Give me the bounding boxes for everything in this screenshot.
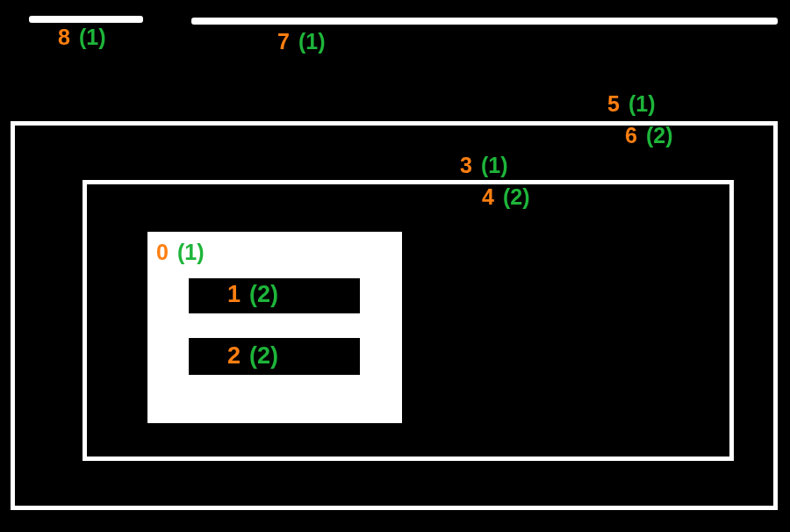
label-4-paren: (2)	[503, 184, 530, 210]
label-2-paren: (2)	[249, 342, 278, 370]
label-0-index: 0	[156, 240, 169, 265]
label-1-paren: (2)	[249, 281, 278, 308]
label-0: 0 (1)	[156, 240, 204, 265]
label-1: 1 (2)	[227, 281, 278, 308]
label-8: 8 (1)	[58, 25, 105, 50]
label-8-index: 8	[58, 25, 70, 50]
label-1-index: 1	[227, 281, 241, 308]
top-bar-right	[191, 18, 778, 25]
label-3: 3 (1)	[460, 153, 507, 178]
label-0-paren: (1)	[177, 240, 205, 265]
label-7-paren: (1)	[298, 29, 326, 54]
label-7-index: 7	[277, 29, 290, 54]
label-4-index: 4	[482, 184, 494, 210]
top-bar-left	[29, 16, 143, 23]
label-6-index: 6	[625, 123, 637, 148]
label-3-paren: (1)	[481, 153, 508, 178]
label-4: 4 (2)	[482, 184, 529, 210]
diagram-stage: 8 (1) 7 (1) 5 (1) 6 (2) 3 (1) 4 (2) 0 (1…	[0, 0, 790, 532]
label-3-index: 3	[460, 153, 472, 178]
label-5-paren: (1)	[628, 91, 656, 117]
label-6: 6 (2)	[625, 123, 672, 148]
label-6-paren: (2)	[646, 123, 673, 148]
label-8-paren: (1)	[79, 25, 106, 50]
label-2-index: 2	[227, 342, 241, 370]
label-7: 7 (1)	[277, 29, 325, 54]
label-5-index: 5	[607, 91, 620, 117]
label-5: 5 (1)	[607, 91, 655, 117]
label-2: 2 (2)	[227, 342, 278, 370]
